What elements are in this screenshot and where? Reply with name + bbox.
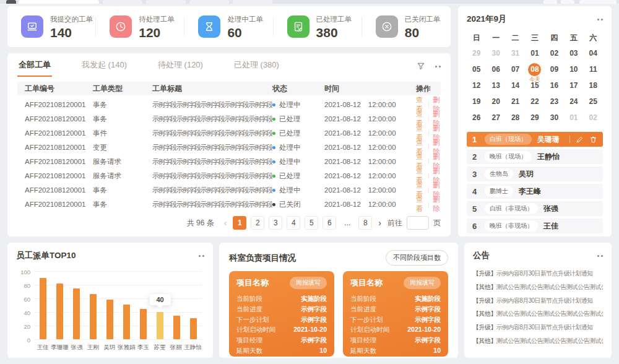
- calendar-day[interactable]: 25: [584, 93, 603, 110]
- page-button[interactable]: 8: [358, 216, 372, 230]
- announcement-item[interactable]: 【其他】测试公告测试公告测试公告测试公告测试公告: [473, 334, 603, 348]
- schedule-row[interactable]: 1白班（现场）吴珊珊: [467, 132, 603, 147]
- schedule-row[interactable]: 2晚班（现场）王静怡: [467, 149, 603, 164]
- ticket-type: 事务: [93, 200, 152, 209]
- calendar-day[interactable]: 05: [467, 61, 486, 77]
- calendar-day[interactable]: 03: [564, 45, 583, 61]
- view-link[interactable]: 查看: [416, 195, 424, 214]
- bar[interactable]: [90, 294, 97, 339]
- bar[interactable]: [73, 288, 80, 340]
- ticket-status: 处理中: [272, 100, 324, 110]
- project-field: 项目经理示例字段: [350, 335, 441, 345]
- edit-icon[interactable]: [576, 136, 584, 144]
- browser-tab[interactable]: [146, 0, 186, 4]
- calendar-day[interactable]: 04: [584, 45, 603, 61]
- bar[interactable]: [140, 309, 147, 340]
- browser-control[interactable]: [543, 0, 557, 4]
- calendar-title: 2021年9月: [467, 14, 507, 25]
- x-tick-label: 王刚: [85, 344, 101, 352]
- schedule-index: 1: [472, 135, 479, 144]
- shift-tag: 晚班（现场）: [485, 151, 532, 162]
- schedule-row[interactable]: 4鹏博士李王峰: [467, 184, 603, 199]
- bar[interactable]: [173, 316, 180, 340]
- schedule-row[interactable]: 5白班（非现场）张强: [467, 201, 603, 216]
- calendar-day[interactable]: 13: [486, 77, 505, 93]
- calendar-day[interactable]: 31: [506, 45, 525, 61]
- calendar-day[interactable]: 09: [545, 61, 564, 77]
- browser-tab-strip: [0, 0, 619, 4]
- calendar-day[interactable]: 21: [506, 93, 525, 110]
- calendar-day[interactable]: 28: [506, 110, 525, 126]
- browser-control[interactable]: [579, 0, 617, 4]
- calendar-day[interactable]: 11: [584, 61, 603, 77]
- calendar-day[interactable]: 20: [486, 93, 505, 110]
- prev-page-button[interactable]: ‹: [222, 218, 229, 228]
- browser-tab[interactable]: [103, 0, 142, 4]
- calendar-day[interactable]: 17: [564, 77, 583, 93]
- calendar-day[interactable]: 12: [467, 77, 486, 93]
- more-icon[interactable]: [597, 19, 603, 20]
- calendar-day[interactable]: 18: [584, 77, 603, 93]
- calendar-day[interactable]: 02: [584, 110, 603, 126]
- bar[interactable]: [123, 305, 130, 339]
- calendar-day[interactable]: 26: [467, 110, 486, 126]
- calendar-day[interactable]: 27: [486, 110, 505, 126]
- browser-control[interactable]: [561, 0, 574, 4]
- calendar-day[interactable]: 08今天: [525, 61, 544, 77]
- delete-link[interactable]: 删除: [433, 195, 441, 214]
- schedule-row[interactable]: 3生物岛吴玥: [467, 167, 603, 181]
- calendar-day[interactable]: 01: [525, 45, 544, 61]
- calendar-day[interactable]: 29: [467, 45, 486, 61]
- page-button[interactable]: 1: [233, 216, 246, 230]
- page-button[interactable]: 6: [322, 216, 336, 230]
- calendar-day[interactable]: 30: [486, 45, 505, 61]
- calendar-day[interactable]: 06: [486, 61, 505, 77]
- tab-我发起 (140)[interactable]: 我发起 (140): [80, 53, 128, 77]
- browser-tab[interactable]: [233, 0, 272, 4]
- more-icon[interactable]: [199, 255, 204, 257]
- calendar-day[interactable]: 01: [564, 110, 583, 126]
- calendar-day[interactable]: 22: [525, 93, 544, 110]
- schedule-row[interactable]: 6晚班（非现场）王佳: [467, 219, 603, 233]
- bar[interactable]: [106, 300, 113, 339]
- more-icon[interactable]: [435, 66, 441, 67]
- announcement-item[interactable]: 【升级】示例内容8月30日新节点升级计划通知: [473, 321, 603, 334]
- filter-icon[interactable]: [417, 62, 425, 71]
- next-page-button[interactable]: ›: [376, 218, 383, 228]
- weekly-report-button[interactable]: 周报填写: [290, 277, 327, 289]
- calendar-day[interactable]: 24: [564, 93, 583, 110]
- bar[interactable]: [157, 312, 163, 339]
- bar[interactable]: [190, 318, 197, 339]
- announcement-item[interactable]: 【其他】测试公告测试公告测试公告测试公告测试公告: [473, 280, 603, 294]
- calendar-day[interactable]: 14: [506, 77, 525, 93]
- page-button[interactable]: 4: [287, 216, 300, 230]
- tab-已处理 (380)[interactable]: 已处理 (380): [233, 53, 280, 77]
- page-button[interactable]: 5: [305, 216, 318, 230]
- calendar-day[interactable]: 29: [525, 110, 544, 126]
- calendar-day[interactable]: 23: [545, 93, 564, 110]
- calendar-day[interactable]: 30: [545, 110, 564, 126]
- tab-全部工单[interactable]: 全部工单: [17, 53, 52, 77]
- announcement-item[interactable]: 【升级】示例内容8月30日新节点升级计划通知: [473, 267, 603, 280]
- browser-tab[interactable]: [189, 0, 229, 4]
- goto-page-input[interactable]: [407, 216, 429, 230]
- announcement-item[interactable]: 【升级】示例内容8月30日新节点升级计划通知: [473, 294, 603, 308]
- bar[interactable]: [56, 284, 63, 339]
- calendar-day[interactable]: 19: [467, 93, 486, 110]
- page-button[interactable]: 3: [269, 216, 282, 230]
- calendar-day[interactable]: 07: [506, 61, 525, 77]
- announcement-item[interactable]: 【其他】测试公告测试公告测试公告测试公告测试公告: [473, 307, 603, 321]
- tab-待处理 (120)[interactable]: 待处理 (120): [157, 53, 204, 77]
- trash-icon[interactable]: [589, 136, 597, 144]
- calendar-day[interactable]: 10: [564, 61, 583, 77]
- calendar-day[interactable]: 02: [545, 45, 564, 61]
- browser-tab[interactable]: [19, 0, 99, 4]
- calendar-day[interactable]: 16: [545, 77, 564, 93]
- bar[interactable]: [40, 278, 46, 339]
- page-button[interactable]: 2: [251, 216, 264, 230]
- weekly-report-button[interactable]: 周报填写: [404, 277, 441, 289]
- stage-count-button[interactable]: 不同阶段项目数: [386, 250, 448, 266]
- table-row: AFF202108120001事件示例字段示例字段示例字段示例字段示例字段已处理…: [17, 124, 441, 138]
- more-icon[interactable]: [597, 255, 603, 257]
- ticket-tabs: 全部工单我发起 (140)待处理 (120)已处理 (380): [17, 53, 441, 77]
